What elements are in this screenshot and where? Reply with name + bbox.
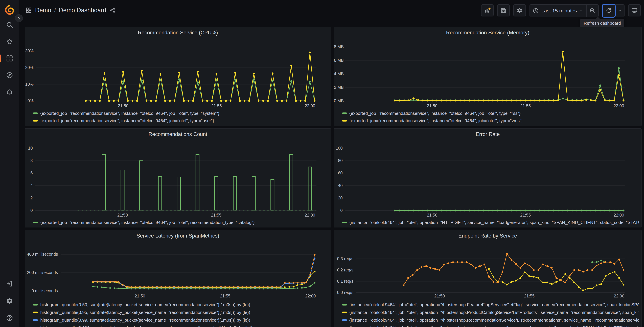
x-tick-label: 21:50 [420,104,444,108]
y-tick-label: 4 [25,183,33,188]
bell-icon [6,88,13,96]
legend-item[interactable]: {exported_job="recommendationservice", i… [342,117,639,124]
panel-error-rate: Error Rate 02040608010021:5021:5522:00 {… [334,128,642,228]
x-tick-label: 21:50 [111,104,135,108]
sidebar-item-sign-in[interactable] [4,279,16,288]
y-tick-label: 200 milliseconds [25,270,58,275]
chevron-down-icon [579,8,584,13]
legend-item[interactable]: {instance="otelcol:9464", job="otel", op… [342,316,639,324]
refresh-interval-dropdown[interactable] [615,5,624,17]
refresh-tooltip: Refresh dashboard [580,19,624,28]
legend-item[interactable]: {instance="otelcol:9464", job="otel", op… [342,308,639,316]
breadcrumb-separator: / [54,7,56,14]
dashboards-grid-icon [6,55,13,62]
sidebar-item-dashboards[interactable] [4,54,16,63]
compass-icon [6,72,13,79]
legend-swatch [342,304,347,306]
y-tick-label: 6 MB [334,58,343,63]
sidebar-expand-button[interactable] [15,14,23,22]
chart-area[interactable]: 024681021:5021:5522:00 [25,128,331,227]
legend-label: {instance="otelcol:9464", job="otel", op… [349,310,639,315]
y-tick-label: 0.0 req/s [334,290,354,295]
legend-label: histogram_quantile(0.999, sum(rate(laten… [40,325,253,327]
y-tick-label: 8 [25,158,33,163]
x-tick-label: 22:00 [298,213,322,218]
chart-svg [345,140,625,210]
panel-recommendation-service-memory: Recommendation Service (Memory) 0 MB2 MB… [334,27,642,126]
legend-swatch [33,312,38,313]
chart-svg [36,140,316,210]
sidebar-item-settings[interactable] [4,296,16,305]
zoom-out-button[interactable] [586,5,598,17]
legend-swatch [33,112,38,114]
dashboard-settings-button[interactable] [514,4,526,16]
chart-svg [36,42,316,101]
clock-icon [532,8,539,14]
chart-area[interactable]: 02040608010021:5021:5522:00 [334,128,642,227]
legend-item[interactable]: {exported_job="recommendationservice", i… [342,110,639,117]
sidebar-item-explore[interactable] [4,71,16,80]
sidebar-item-search[interactable] [4,20,16,29]
y-tick-label: 0 milliseconds [25,288,58,293]
sidebar-item-starred[interactable] [4,37,16,46]
x-tick-label: 21:50 [128,294,152,298]
sidebar-item-alerting[interactable] [4,88,16,96]
panel-recommendation-service-cpu: Recommendation Service (CPU%) 0%10%20%30… [25,27,331,126]
legend-item[interactable]: histogram_quantile(0.50, sum(rate(latenc… [33,301,328,308]
sidebar-item-help[interactable] [4,314,16,322]
add-panel-icon [484,7,490,14]
legend-item[interactable]: histogram_quantile(0.999, sum(rate(laten… [33,324,328,327]
legend-item[interactable]: {instance="otelcol:9464", job="otel", op… [342,219,639,226]
share-icon[interactable] [110,7,116,13]
y-tick-label: 8 MB [334,44,343,49]
refresh-button[interactable] [603,5,615,17]
breadcrumb-item-dashboard[interactable]: Demo Dashboard [59,7,106,14]
monitor-icon [631,7,638,14]
legend-item[interactable]: histogram_quantile(0.99, sum(rate(latenc… [33,316,328,324]
legend-swatch [33,222,38,223]
gear-icon [516,7,523,14]
legend-item[interactable]: {exported_job="recommendationservice", i… [33,219,328,226]
breadcrumb-item-folder[interactable]: Demo [35,7,51,14]
time-controls-group: Last 15 minutes [530,4,599,17]
save-dashboard-button[interactable] [497,4,510,16]
add-panel-button[interactable] [481,4,494,16]
legend-swatch [342,112,347,114]
legend: {instance="otelcol:9464", job="otel", op… [342,219,639,226]
legend: {instance="otelcol:9464", job="otel", op… [342,301,639,327]
y-tick-label: 0 [334,208,343,213]
grafana-logo[interactable] [4,5,15,15]
x-tick-label: 22:00 [608,294,631,298]
y-tick-label: 6 [25,170,33,176]
sidebar [0,0,19,327]
x-tick-label: 21:50 [111,213,134,218]
x-tick-label: 22:00 [298,104,322,108]
y-tick-label: 400 milliseconds [25,252,58,257]
dashboard-grid-icon [25,7,32,14]
legend: {exported_job="recommendationservice", i… [33,110,328,124]
y-tick-label: 80 [334,158,343,163]
legend-label: {instance="otelcol:9464", job="otel", op… [349,318,639,323]
x-tick-label: 21:55 [205,104,228,108]
refresh-group [602,4,624,17]
legend-label: {exported_job="recommendationservice", i… [40,220,254,225]
x-tick-label: 21:55 [214,294,237,298]
legend-item[interactable]: {exported_job="recommendationservice", i… [33,117,328,124]
legend-item[interactable]: histogram_quantile(0.95, sum(rate(latenc… [33,308,328,316]
time-range-label: Last 15 minutes [541,8,577,14]
time-range-picker[interactable]: Last 15 minutes [530,5,586,17]
legend-label: {instance="otelcol:9464", job="otel", op… [349,220,639,225]
legend-item[interactable]: {instance="otelcol:9464", job="otel", op… [342,324,639,327]
legend-item[interactable]: {exported_job="recommendationservice", i… [33,110,328,117]
y-tick-label: 60 [334,170,343,176]
dashboard-toolbar: Last 15 minutes [481,4,641,17]
kiosk-mode-button[interactable] [628,4,641,16]
legend-item[interactable]: {instance="otelcol:9464", job="otel", op… [342,301,639,308]
panel-endpoint-rate-by-service: Endpoint Rate by Service 0.0 req/s0.1 re… [334,230,642,327]
legend-label: {exported_job="recommendationservice", i… [349,118,522,124]
y-tick-label: 0 MB [334,98,343,103]
legend-swatch [33,304,38,306]
y-tick-label: 0.3 req/s [334,256,354,261]
y-tick-label: 40 [334,183,343,188]
legend: histogram_quantile(0.50, sum(rate(latenc… [33,301,328,327]
